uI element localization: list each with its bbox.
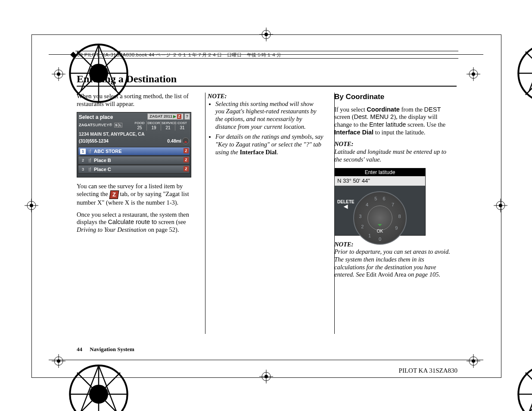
registration-inner-icon — [52, 67, 65, 81]
page-title: Entering a Destination — [77, 73, 457, 87]
note-heading: NOTE: — [334, 140, 455, 148]
registration-inner-icon — [52, 354, 65, 368]
s1-tab-group: ZAGAT 2011 ▶ Z ? — [147, 113, 190, 120]
note-body: Prior to departure, you can set areas to… — [334, 248, 455, 279]
list-item[interactable]: 3 🍴 Place C Z — [78, 165, 190, 174]
delete-button[interactable]: DELETE◀ — [337, 199, 354, 208]
s1-distance: 0.48mi — [167, 138, 181, 144]
restaurant-icon: 🍴 — [87, 158, 92, 163]
restaurant-icon: 🍴 — [87, 167, 92, 172]
crop-hline-bot — [49, 360, 483, 360]
help-tab[interactable]: ? — [184, 113, 190, 120]
page-footer: 44 Navigation System — [77, 346, 134, 353]
column-3: By Coordinate If you select Coordinate f… — [334, 93, 455, 283]
col1-p3: Once you select a restaurant, the system… — [77, 211, 197, 234]
direction-icon — [182, 137, 189, 144]
col3-p1: If you select Coordinate from the DEST s… — [334, 106, 455, 137]
dial-control[interactable]: 0 1 2 3 4 5 6 7 8 9 — [353, 191, 407, 245]
arrow-left-icon: ◀ — [337, 205, 354, 208]
z-icon[interactable]: Z — [184, 157, 189, 162]
restaurant-icon: 🍴 — [87, 149, 92, 154]
column-1: When you select a sorting method, the li… — [77, 93, 197, 283]
note-list: Selecting this sorting method will show … — [208, 100, 324, 156]
s1-title: Select a place — [79, 114, 113, 121]
column-2: NOTE: Selecting this sorting method will… — [208, 93, 324, 283]
registration-corner-icon — [482, 362, 498, 377]
col1-intro: When you select a sorting method, the li… — [77, 93, 197, 108]
registration-mark-icon — [494, 199, 507, 212]
s1-survey-label: ZAGATSURVEY® SL — [79, 123, 122, 128]
note-body: Latitude and longitude must be entered u… — [334, 148, 455, 163]
s1-ratings: FOOD25 DECOR19 SERVICE21 COST31 — [133, 121, 189, 131]
framemaker-header: 00 PILOT_KA-31SZA830.book 44 ページ ２０１１年７月… — [75, 51, 458, 59]
document-id: PILOT KA 31SZA830 — [399, 367, 457, 374]
content-columns: When you select a sorting method, the li… — [77, 93, 457, 283]
s1-address: 1234 MAIN ST, ANYPLACE, CA — [79, 131, 144, 137]
col1-p2: You can see the survey for a listed item… — [77, 183, 197, 206]
section-heading: By Coordinate — [334, 93, 455, 102]
s1-phone: (310)555-1234 — [79, 138, 109, 144]
registration-mark-icon — [259, 370, 273, 383]
registration-inner-icon — [467, 67, 480, 81]
list-item[interactable]: 1 🍴 ABC STORE Z — [78, 147, 190, 156]
page-number: 44 — [77, 346, 82, 352]
registration-corner-icon — [34, 362, 50, 377]
s2-value: N 33° 50' 44" — [335, 176, 425, 186]
footer-label: Navigation System — [90, 346, 134, 352]
note-item: For details on the ratings and symbols, … — [215, 133, 324, 156]
ok-button[interactable]: OK — [377, 224, 383, 234]
registration-inner-icon — [467, 354, 480, 368]
zagat-tab[interactable]: ZAGAT 2011 ▶ Z — [147, 113, 183, 120]
arrow-down-icon — [378, 224, 382, 228]
z-icon[interactable]: Z — [184, 148, 189, 153]
note-heading: NOTE: — [208, 93, 324, 100]
registration-corner-icon — [482, 41, 498, 56]
s1-list: 1 🍴 ABC STORE Z 2 🍴 Place B Z 3 🍴 Place … — [78, 147, 190, 174]
s2-title: Enter latitude — [335, 168, 425, 177]
registration-mark-icon — [25, 199, 38, 212]
list-item[interactable]: 2 🍴 Place B Z — [78, 156, 190, 165]
z-icon[interactable]: Z — [184, 166, 189, 171]
registration-mark-icon — [259, 28, 273, 41]
screenshot-enter-latitude: Enter latitude N 33° 50' 44" 0 1 2 3 4 5… — [334, 168, 426, 236]
z-icon: Z — [109, 190, 119, 199]
note-heading: NOTE: — [334, 241, 455, 249]
note-item: Selecting this sorting method will show … — [215, 100, 324, 131]
screenshot-select-place: Select a place ZAGAT 2011 ▶ Z ? ZAGATSUR… — [77, 112, 191, 177]
registration-corner-icon — [34, 41, 50, 56]
z-icon: Z — [177, 114, 181, 119]
